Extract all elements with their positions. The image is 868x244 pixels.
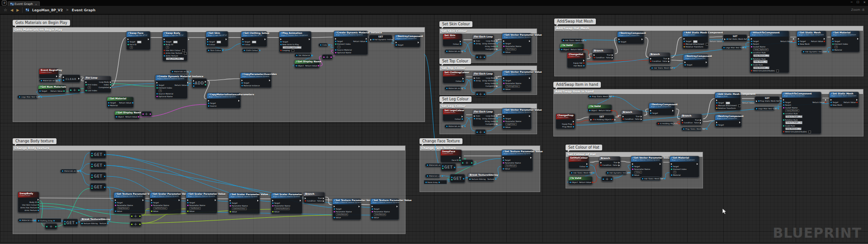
breadcrumb-root[interactable]: LegoMan_BP_V2	[32, 8, 63, 12]
node-set-material[interactable]: fSet MaterialTargetMaterialReturn Value	[107, 97, 134, 108]
node-break-textureidarray[interactable]: Break TextureIDArrayTexture IDArrayTextu…	[468, 173, 494, 182]
node-is-valid[interactable]: fIs ValidObjectReturn Value	[588, 104, 612, 113]
graph-canvas[interactable]: BLUEPRINT Gets Materials on Begin PlayGe…	[0, 14, 868, 243]
node-[interactable]: +	[69, 87, 80, 93]
node-create-dynamic-material-instance[interactable]: fCreate Dynamic Material InstanceTarget …	[155, 75, 188, 99]
node-add-static-mesh-component[interactable]: fAdd Static Mesh ComponentTarget is Acto…	[715, 92, 741, 111]
variable-pill-material-list[interactable]: Material List	[425, 174, 440, 178]
node-[interactable]: +	[45, 223, 57, 230]
variable-pill-hat-static-mesh-ref[interactable]: Hat Static Mesh Ref	[569, 171, 591, 175]
node-swapbody[interactable]: SwapBodyCustom EventBody IDUse Skin Colo…	[18, 192, 39, 213]
node-set-hat-static-mesh-ref[interactable]: SETHat Static Mesh Ref	[723, 34, 747, 42]
variable-pill-color[interactable]: Color	[318, 43, 328, 47]
node-set-scalar-parameter-value[interactable]: fSet Scalar Parameter ValueTarget is Mat…	[271, 192, 302, 214]
variable-pill-prop-static-mesh-ref[interactable]: Prop Static Mesh Ref	[681, 127, 702, 131]
node-set-skin[interactable]: Set SkinCustom EventColour	[443, 33, 462, 47]
node-branch[interactable]: BranchConditionTrueFalse	[599, 156, 621, 168]
node-changehat[interactable]: ChangeHatCustom EventEquip HatHat Mesh	[567, 52, 586, 68]
node-get-num-materials[interactable]: fGet Num MaterialsTargetReturn Value	[38, 85, 66, 94]
node-get[interactable]: GET	[63, 219, 78, 227]
node-[interactable]: +	[141, 111, 152, 117]
node-set-texture-parameter-value[interactable]: fSet Texture Parameter ValueTarget is Ma…	[332, 198, 361, 220]
node-branch[interactable]: BranchConditionTrueFalse	[621, 110, 643, 122]
node-for-each-loop[interactable]: For Each LoopExecArrayLoop BodyArray Ele…	[472, 35, 494, 52]
forward-arrow-icon[interactable]: ▶	[16, 8, 19, 12]
node-set-clothing-setup[interactable]: fSet Clothing SetupTarget is Lego Man BP…	[241, 31, 267, 47]
node-changeprop[interactable]: ChangePropCustom EventEquip PropProp Mes…	[556, 113, 576, 129]
variable-pill-materials-array[interactable]: Materials Array	[39, 79, 56, 83]
node-set-scalar-parameter-value[interactable]: fSet Scalar Parameter ValueTarget is Mat…	[228, 192, 260, 214]
node-branch[interactable]: BranchConditionTrueFalse	[680, 114, 702, 125]
node-set-clothingcolour[interactable]: Set ClothingColourCustom EventColour	[443, 70, 465, 84]
variable-pill-lego-man-test-skel[interactable]: Lego Man Test Skel	[17, 95, 38, 99]
variable-pill-prop-static-mesh-ref[interactable]: Prop Static Mesh Ref	[588, 94, 609, 99]
node-set-legscolour[interactable]: Set LegsColourCustom EventColour	[443, 108, 464, 122]
variable-pill-materials-array[interactable]: Materials Array	[170, 70, 187, 74]
node-[interactable]: +	[461, 160, 473, 166]
node-get[interactable]: GET	[90, 150, 106, 159]
node-destroycomponent[interactable]: fDestroyComponentTarget is Actor Compone…	[394, 34, 420, 47]
variable-pill-materials-array[interactable]: Materials Array	[425, 163, 442, 167]
node-is-valid[interactable]: fIs ValidObjectReturn Value	[568, 176, 593, 185]
node-event-beginplay[interactable]: Event BeginPlayCustom Event	[39, 68, 59, 79]
maximize-button[interactable]: ☐	[857, 0, 859, 4]
variable-pill-cloth-colour[interactable]: Cloth Colour	[242, 48, 259, 52]
node-get[interactable]: GET	[450, 174, 465, 183]
node-for-loop[interactable]: For LoopFirst Index0Last IndexLoop BodyI…	[84, 76, 111, 93]
node-get[interactable]: GET	[90, 172, 106, 180]
node-branch[interactable]: BranchConditionTrueFalse	[649, 52, 670, 64]
node-create-dynamic-material-instance[interactable]: fCreate Dynamic Material InstanceTarget …	[334, 31, 368, 55]
node-swap-face[interactable]: fSwap FaceTarget is Lego Man BP V2Target…	[126, 31, 151, 50]
node-set-scalar-parameter-value[interactable]: fSet Scalar Parameter ValueTarget is Mat…	[150, 192, 181, 214]
node-set-static-mesh[interactable]: fSet Static MeshTarget is Static Mesh Co…	[829, 92, 859, 108]
node-branch[interactable]: BranchConditionTrueFalse	[592, 49, 614, 60]
node-break-textureidarray[interactable]: Break TextureIDArrayTexture IDArrayTextu…	[80, 217, 107, 226]
node-sethatcolour[interactable]: SetHatColourCustom EventColour	[568, 156, 589, 169]
node-set-texture-parameter-value[interactable]: fSet Texture Parameter ValueTarget is Ma…	[501, 150, 533, 171]
variable-pill-clothing-array[interactable]: Clothing Array	[36, 218, 61, 223]
node-set-is-holding-objects[interactable]: SETIs Holding Objects	[589, 115, 614, 122]
node-set-static-mesh[interactable]: fSet Static MeshTarget is Static Mesh Co…	[797, 31, 826, 47]
node-[interactable]: +	[475, 91, 486, 97]
node-destroycomponent[interactable]: fDestroyComponentTarget is Actor Compone…	[649, 103, 675, 116]
variable-pill-skin-colour[interactable]: Skin Colour	[206, 48, 222, 52]
variable-pill-hat-static-mesh-ref[interactable]: Hat Static Mesh Ref	[561, 38, 583, 42]
favorite-star-icon[interactable]: ☆	[4, 8, 7, 12]
variable-pill-lego-man-test-skel[interactable]: Lego Man Test Skel	[722, 46, 742, 50]
node-set-skin[interactable]: fSet SkinTarget is Lego Man BP V2TargetC…	[206, 31, 228, 47]
node-play-animation[interactable]: fPlay AnimationTarget is Skeletal Mesh C…	[279, 31, 311, 53]
node-[interactable]: +	[475, 54, 486, 60]
variable-pill-materials-array[interactable]: Materials Array	[60, 169, 77, 173]
node-get-display-name[interactable]: fGet Display NameObjectReturn Value	[114, 111, 140, 119]
variable-pill-hat-static-mesh-ref[interactable]: Hat Static Mesh Ref	[650, 66, 671, 70]
tab-close-icon[interactable]: ×	[35, 3, 37, 6]
node-set-texture-parameter-value[interactable]: fSet Texture Parameter ValueTarget is Ma…	[370, 198, 399, 220]
node-swap-body[interactable]: fSwap BodyTarget is Lego Man BP V2Target…	[162, 31, 188, 61]
node-[interactable]: +	[601, 176, 613, 182]
variable-pill-faces-array[interactable]: Faces Array	[424, 180, 447, 184]
node-is-valid[interactable]: fIs ValidObjectReturn Value	[560, 43, 584, 52]
node-swapface[interactable]: SwapFaceCustom EventFace ID	[440, 150, 462, 163]
variable-pill-hat-static-mesh-ref[interactable]: Hat Static Mesh Ref	[640, 177, 661, 181]
close-button[interactable]: ×	[863, 0, 866, 4]
node-get[interactable]: GET	[90, 183, 106, 191]
node-set-texture-parameter-value[interactable]: fSet Texture Parameter ValueTarget is Ma…	[113, 192, 145, 214]
node-destroycomponent[interactable]: fDestroyComponentTarget is Actor Compone…	[683, 54, 708, 67]
node-add[interactable]: ADD	[192, 78, 207, 88]
node-for-each-loop[interactable]: For Each LoopExecArrayLoop BodyArray Ele…	[472, 110, 494, 127]
node-set-vector-parameter-value[interactable]: fSet Vector Parameter ValueTarget is Mat…	[502, 70, 532, 92]
node-destroycomponent[interactable]: fDestroyComponentTarget is Actor Compone…	[715, 114, 742, 127]
node-set-material[interactable]: fSet MaterialTarget is Primitive Compone…	[670, 156, 699, 178]
node-copymaterialinstanceparameters[interactable]: fCopyMaterialInstanceParametersTarget is…	[207, 93, 241, 108]
variable-pill-hat-dynamic-instance[interactable]: Hat Dynamic Instance	[605, 171, 627, 175]
node-copyparameteroverrides[interactable]: fCopyParameterOverridesTarget is Materia…	[240, 72, 272, 88]
node-set-scalar-parameter-value[interactable]: fSet Scalar Parameter ValueTarget is Mat…	[186, 192, 217, 214]
node-set-prop-static-mesh-ref[interactable]: SETProp Static Mesh Ref	[755, 96, 780, 103]
node-set-hat-dynamic-instance[interactable]: SETHat Dynamic Instance	[369, 35, 392, 42]
back-arrow-icon[interactable]: ◀	[10, 8, 13, 12]
variable-pill-set-material[interactable]: Set Material	[294, 53, 311, 57]
node-[interactable]: +	[130, 221, 142, 227]
variable-pill-hat-dynamic-instance[interactable]: Hat Dynamic Instance	[801, 50, 823, 54]
node-set-vector-parameter-value[interactable]: fSet Vector Parameter ValueTarget is Mat…	[631, 156, 662, 178]
variable-pill-material-list[interactable]: Material List	[18, 218, 33, 222]
